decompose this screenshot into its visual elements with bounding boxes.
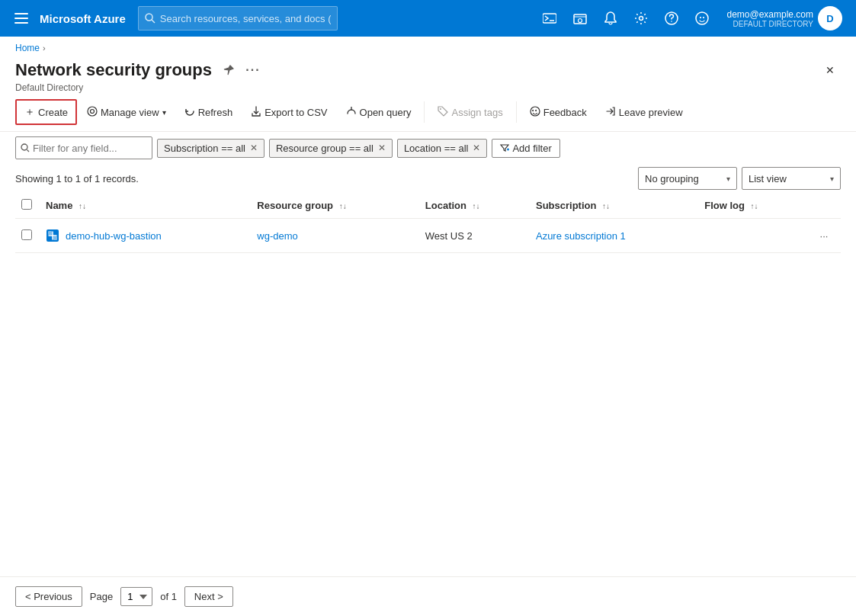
- more-options-button[interactable]: ···: [242, 59, 264, 81]
- manage-view-icon: [87, 106, 98, 119]
- flowlog-sort-icon[interactable]: ↑↓: [751, 202, 758, 210]
- svg-point-17: [440, 108, 441, 110]
- location-sort-icon[interactable]: ↑↓: [473, 202, 480, 210]
- cloud-shell-button[interactable]: [536, 5, 563, 32]
- subscription-cell: Azure subscription 1: [530, 219, 698, 253]
- row-checkbox[interactable]: [21, 229, 32, 240]
- add-filter-button[interactable]: Add filter: [492, 139, 559, 158]
- global-search-bar[interactable]: [138, 6, 338, 30]
- toolbar-separator-2: [516, 101, 517, 123]
- location-filter-close[interactable]: ✕: [473, 143, 480, 153]
- refresh-button[interactable]: Refresh: [176, 101, 242, 124]
- export-icon: [251, 106, 261, 119]
- view-dropdown[interactable]: List view ▾: [742, 167, 841, 190]
- subscription-link[interactable]: Azure subscription 1: [536, 230, 626, 242]
- notifications-button[interactable]: [597, 5, 624, 32]
- manage-view-chevron-icon: ▾: [162, 108, 166, 117]
- svg-rect-24: [48, 231, 52, 235]
- user-avatar: D: [818, 6, 842, 30]
- page-title: Network security groups ···: [15, 59, 264, 81]
- resourcegroup-filter-close[interactable]: ✕: [378, 143, 386, 153]
- flowlog-column-header[interactable]: Flow log ↑↓: [698, 193, 807, 219]
- svg-line-4: [152, 20, 155, 23]
- user-directory: DEFAULT DIRECTORY: [726, 20, 813, 28]
- row-menu-cell: ···: [807, 219, 841, 253]
- user-email: demo@example.com: [726, 9, 813, 20]
- svg-point-8: [579, 19, 582, 23]
- toolbar: ＋ Create Manage view ▾ Refresh: [0, 93, 856, 132]
- breadcrumb-separator: ›: [43, 43, 46, 53]
- pin-button[interactable]: [218, 59, 239, 81]
- row-checkbox-cell[interactable]: [15, 219, 40, 253]
- grouping-dropdown[interactable]: No grouping ▾: [638, 167, 737, 190]
- svg-rect-0: [14, 13, 28, 14]
- breadcrumb: Home ›: [0, 37, 856, 53]
- svg-rect-1: [14, 18, 28, 19]
- leave-preview-button[interactable]: Leave preview: [597, 101, 691, 124]
- location-column-header[interactable]: Location ↑↓: [419, 193, 530, 219]
- nsg-resource-icon: [46, 229, 59, 242]
- tag-icon: [438, 106, 448, 119]
- refresh-icon: [184, 106, 195, 119]
- breadcrumb-home-link[interactable]: Home: [15, 43, 40, 53]
- svg-line-20: [27, 150, 30, 152]
- subscription-column-header[interactable]: Subscription ↑↓: [530, 193, 698, 219]
- filter-bar: Subscription == all ✕ Resource group == …: [0, 132, 856, 164]
- export-csv-button[interactable]: Export to CSV: [242, 101, 335, 124]
- settings-button[interactable]: [627, 5, 655, 32]
- subscription-sort-icon[interactable]: ↑↓: [602, 202, 610, 210]
- manage-view-button[interactable]: Manage view ▾: [79, 101, 175, 124]
- page-header: Network security groups ··· Default Dire…: [0, 53, 856, 93]
- top-navigation: Microsoft Azure: [0, 0, 856, 37]
- subscription-filter-close[interactable]: ✕: [250, 143, 258, 153]
- svg-rect-2: [14, 22, 28, 24]
- name-sort-icon[interactable]: ↑↓: [79, 202, 86, 210]
- table-row: demo-hub-wg-bastion wg-demo West US 2 Az…: [15, 219, 841, 253]
- create-button[interactable]: ＋ Create: [15, 99, 77, 125]
- user-profile-button[interactable]: demo@example.com DEFAULT DIRECTORY D: [722, 5, 847, 32]
- directory-button[interactable]: [566, 5, 594, 32]
- view-controls: No grouping ▾ List view ▾: [638, 167, 841, 190]
- close-panel-button[interactable]: ✕: [819, 59, 841, 81]
- records-count: Showing 1 to 1 of 1 records.: [15, 173, 139, 184]
- svg-point-11: [672, 21, 673, 22]
- svg-point-13: [88, 107, 97, 116]
- filter-input[interactable]: [33, 143, 147, 154]
- resourcegroup-filter-tag: Resource group == all ✕: [269, 139, 393, 158]
- resourcegroup-column-header[interactable]: Resource group ↑↓: [251, 193, 418, 219]
- select-all-checkbox[interactable]: [21, 199, 32, 210]
- svg-rect-25: [53, 236, 57, 240]
- name-column-header[interactable]: Name ↑↓: [40, 193, 251, 219]
- records-bar: Showing 1 to 1 of 1 records. No grouping…: [0, 164, 856, 193]
- resource-table: Name ↑↓ Resource group ↑↓ Location ↑↓ Su…: [15, 193, 841, 253]
- help-button[interactable]: [658, 5, 685, 32]
- feedback-icon: [530, 106, 540, 119]
- grouping-chevron-icon: ▾: [726, 175, 730, 183]
- query-icon: [346, 106, 357, 119]
- resourcegroup-cell: wg-demo: [251, 219, 418, 253]
- global-search-input[interactable]: [160, 13, 331, 24]
- feedback-button[interactable]: Feedback: [521, 101, 595, 124]
- select-all-header[interactable]: [15, 193, 40, 219]
- plus-icon: ＋: [24, 105, 35, 119]
- hamburger-menu-button[interactable]: [9, 6, 34, 30]
- svg-point-9: [640, 17, 643, 21]
- feedback-nav-button[interactable]: [688, 5, 716, 32]
- location-filter-tag: Location == all ✕: [397, 139, 488, 158]
- filter-input-wrapper[interactable]: [15, 136, 152, 159]
- row-context-menu-button[interactable]: ···: [813, 225, 835, 246]
- resource-name-link[interactable]: demo-hub-wg-bastion: [66, 230, 162, 242]
- assign-tags-button[interactable]: Assign tags: [429, 101, 511, 124]
- resourcegroup-link[interactable]: wg-demo: [257, 230, 297, 242]
- svg-point-12: [696, 12, 708, 24]
- location-cell: West US 2: [419, 219, 530, 253]
- app-title: Microsoft Azure: [40, 12, 126, 25]
- open-query-button[interactable]: Open query: [338, 101, 420, 124]
- topnav-icon-group: [536, 5, 716, 32]
- flowlog-cell: [698, 219, 807, 253]
- toolbar-separator: [424, 101, 425, 123]
- svg-point-3: [146, 14, 152, 21]
- page-subtitle: Default Directory: [15, 82, 264, 93]
- subscription-filter-tag: Subscription == all ✕: [157, 139, 264, 158]
- resourcegroup-sort-icon[interactable]: ↑↓: [339, 202, 347, 210]
